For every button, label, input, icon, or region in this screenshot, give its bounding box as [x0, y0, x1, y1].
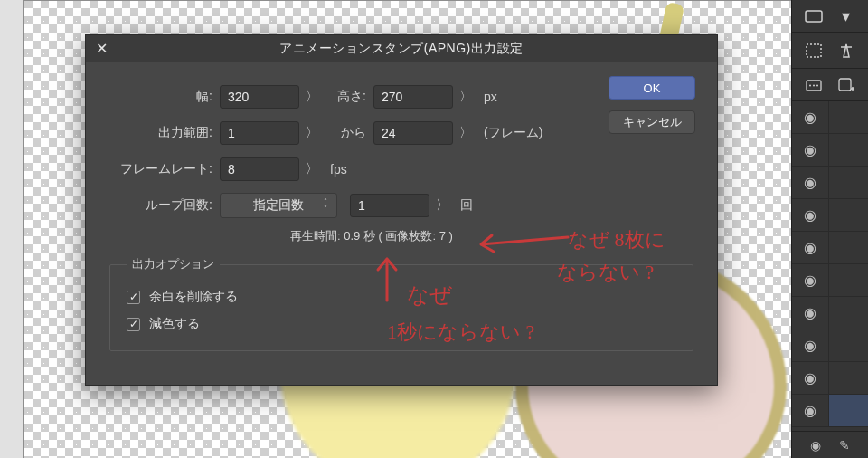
reduce-color-label: 減色する — [149, 316, 200, 332]
folder-dots-icon[interactable] — [804, 75, 824, 95]
visibility-eye-icon[interactable]: ◉ — [792, 369, 828, 386]
output-options-legend: 出力オプション — [127, 256, 220, 272]
width-stepper[interactable]: 〉 — [299, 89, 325, 105]
ruler-left — [0, 0, 24, 458]
layer-row[interactable]: ◉ — [792, 167, 868, 199]
visibility-eye-icon[interactable]: ◉ — [792, 272, 828, 289]
panel-menu-icon[interactable]: ▾ — [836, 6, 856, 26]
range-to-input[interactable]: 24 — [373, 121, 453, 145]
dialog-title: アニメーションスタンプ(APNG)出力設定 — [117, 41, 686, 57]
svg-point-6 — [816, 84, 818, 86]
fps-label: フレームレート: — [109, 161, 220, 177]
height-label: 高さ: — [325, 89, 373, 105]
visibility-eye-icon[interactable]: ◉ — [792, 239, 828, 256]
layer-row[interactable]: ◉ — [792, 264, 868, 297]
close-icon[interactable]: ✕ — [86, 40, 117, 57]
trim-margin-label: 余白を削除する — [149, 289, 238, 305]
svg-point-5 — [813, 84, 815, 86]
trim-margin-checkbox[interactable]: ✓ 余白を削除する — [127, 283, 676, 310]
playtime-readout: 再生時間: 0.9 秒 ( 画像枚数: 7 ) — [109, 224, 693, 249]
visibility-eye-icon[interactable]: ◉ — [792, 141, 828, 158]
loop-label: ループ回数: — [109, 197, 220, 214]
loop-mode-value: 指定回数 — [253, 197, 304, 214]
loop-count-input[interactable]: 1 — [350, 194, 429, 217]
layer-row[interactable]: ◉ — [792, 199, 868, 232]
loop-count-stepper[interactable]: 〉 — [429, 197, 455, 214]
width-label: 幅: — [109, 89, 220, 105]
svg-point-4 — [809, 84, 811, 86]
visibility-eye-icon[interactable]: ◉ — [792, 304, 828, 321]
range-to-stepper[interactable]: 〉 — [453, 125, 478, 141]
visibility-eye-icon[interactable]: ◉ — [810, 438, 821, 453]
visibility-eye-icon[interactable]: ◉ — [792, 402, 828, 419]
width-input[interactable]: 320 — [220, 85, 299, 109]
size-unit: px — [478, 90, 503, 104]
apng-export-dialog: ✕ アニメーションスタンプ(APNG)出力設定 OK キャンセル 幅: 320 … — [85, 34, 718, 386]
ok-button[interactable]: OK — [609, 76, 695, 100]
right-panel: ▾ ◉ ◉ ◉ ◉ ◉ ◉ ◉ ◉ ◉ ◉ ◉ ✎ — [791, 0, 868, 458]
dialog-titlebar: ✕ アニメーションスタンプ(APNG)出力設定 — [86, 35, 717, 62]
selection-rect-icon[interactable] — [804, 41, 824, 61]
layer-row[interactable]: ◉ — [792, 134, 868, 167]
checkmark-icon: ✓ — [127, 291, 140, 304]
visibility-eye-icon[interactable]: ◉ — [792, 337, 828, 354]
range-from-stepper[interactable]: 〉 — [299, 125, 325, 141]
panel-rect-icon[interactable] — [804, 6, 824, 26]
svg-rect-0 — [806, 11, 822, 22]
select-spinner-icon[interactable]: ˄˅ — [318, 195, 333, 216]
svg-rect-7 — [839, 79, 851, 91]
output-options-group: 出力オプション ✓ 余白を削除する ✓ 減色する — [109, 256, 693, 351]
layer-row[interactable]: ◉ — [792, 297, 868, 329]
range-to-label: から — [325, 125, 373, 141]
checkmark-icon: ✓ — [127, 318, 140, 331]
range-unit: (フレーム) — [478, 125, 548, 141]
height-input[interactable]: 270 — [373, 85, 453, 109]
visibility-eye-icon[interactable]: ◉ — [792, 174, 828, 191]
layer-row[interactable]: ◉ — [792, 362, 868, 395]
height-stepper[interactable]: 〉 — [453, 89, 478, 105]
range-label: 出力範囲: — [109, 125, 220, 141]
layer-row[interactable]: ◉ — [792, 232, 868, 264]
loop-mode-select[interactable]: 指定回数 ˄˅ — [220, 193, 337, 218]
fps-input[interactable]: 8 — [220, 157, 299, 181]
range-from-input[interactable]: 1 — [220, 121, 299, 145]
pencil-icon[interactable]: ✎ — [839, 438, 850, 453]
visibility-eye-icon[interactable]: ◉ — [792, 206, 828, 224]
fps-stepper[interactable]: 〉 — [299, 161, 325, 177]
cancel-button[interactable]: キャンセル — [609, 110, 695, 134]
layer-row[interactable]: ◉ — [792, 329, 868, 362]
loop-unit: 回 — [455, 197, 478, 214]
layer-row[interactable]: ◉ — [792, 395, 868, 427]
visibility-eye-icon[interactable]: ◉ — [792, 109, 828, 126]
lighthouse-icon[interactable] — [836, 41, 856, 61]
reduce-color-checkbox[interactable]: ✓ 減色する — [127, 310, 676, 338]
svg-rect-1 — [807, 44, 821, 57]
new-layer-plus-icon[interactable] — [836, 75, 856, 95]
layer-list: ◉ ◉ ◉ ◉ ◉ ◉ ◉ ◉ ◉ ◉ — [792, 101, 868, 431]
fps-unit: fps — [325, 162, 353, 177]
layer-row[interactable]: ◉ — [792, 101, 868, 134]
